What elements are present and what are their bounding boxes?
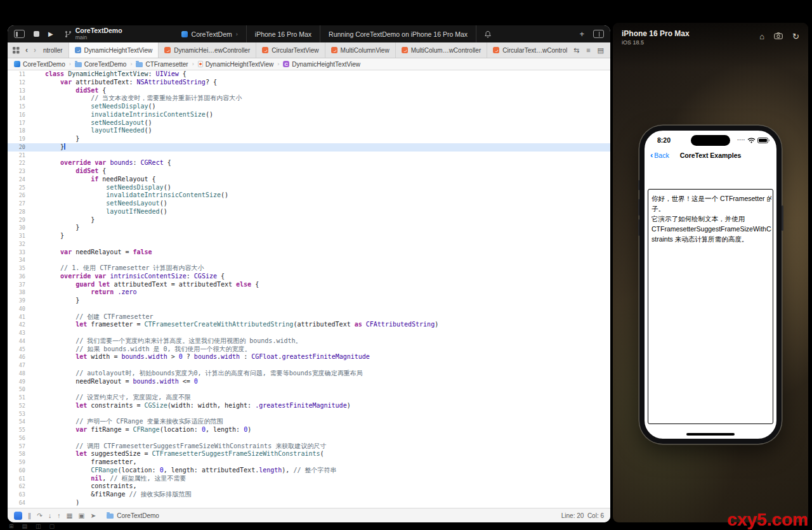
code-line[interactable]: 63 &fitRange // 接收实际排版范围	[8, 491, 610, 499]
line-number[interactable]: 62	[8, 482, 25, 491]
line-number[interactable]: 61	[8, 475, 25, 483]
code-line[interactable]: 40	[8, 305, 610, 313]
debug-icon-6[interactable]: ➤	[90, 512, 96, 519]
code-editor[interactable]: 11class DynamicHeightTextView: UIView {1…	[8, 70, 610, 508]
line-number[interactable]: 33	[8, 249, 25, 257]
code-line[interactable]: 50	[8, 385, 610, 394]
breadcrumb-item[interactable]: CTFramesetter	[136, 61, 188, 68]
run-button[interactable]: ▶	[48, 31, 53, 37]
code-line[interactable]: 45 // 如果 bounds.width 是 0, 我们使用一个很大的宽度。	[8, 346, 610, 354]
rotate-icon[interactable]: ↻	[792, 32, 799, 41]
line-number[interactable]: 24	[8, 176, 25, 184]
line-number[interactable]: 43	[8, 329, 25, 337]
line-number[interactable]: 40	[8, 305, 25, 313]
code-line[interactable]: 32	[8, 240, 610, 249]
code-line[interactable]: 49 needRelayout = bounds.width <= 0	[8, 378, 610, 386]
notifications-bell-icon[interactable]	[476, 25, 499, 42]
debug-icon-2[interactable]: ↓	[48, 512, 51, 519]
code-line[interactable]: 16 invalidateIntrinsicContentSize()	[8, 111, 610, 119]
code-line[interactable]: 58 let suggestedSize = CTFramesetterSugg…	[8, 450, 610, 458]
code-line[interactable]: 46 let width = bounds.width > 0 ? bounds…	[8, 353, 610, 361]
line-number[interactable]: 29	[8, 216, 25, 224]
line-number[interactable]: 15	[8, 103, 25, 111]
code-line[interactable]: 19 }	[8, 135, 610, 143]
line-number[interactable]: 23	[8, 167, 25, 176]
swap-editors-icon[interactable]: ⇆	[573, 46, 579, 55]
line-number[interactable]: 25	[8, 184, 25, 192]
code-line[interactable]: 29 }	[8, 216, 610, 224]
line-number[interactable]: 35	[8, 264, 25, 273]
project-document-tab[interactable]: CoreTextDem ›	[173, 25, 246, 42]
line-number[interactable]: 57	[8, 443, 25, 451]
line-number[interactable]: 32	[8, 240, 25, 249]
line-number[interactable]: 18	[8, 127, 25, 135]
code-line[interactable]: 18 layoutIfNeeded()	[8, 127, 610, 135]
line-number[interactable]: 27	[8, 200, 25, 208]
line-number[interactable]: 11	[8, 70, 25, 79]
line-number[interactable]: 49	[8, 378, 25, 386]
line-number[interactable]: 42	[8, 321, 25, 329]
code-line[interactable]: 36 override var intrinsicContentSize: CG…	[8, 273, 610, 281]
line-number[interactable]: 36	[8, 273, 25, 281]
code-line[interactable]: 54 // 声明一个 CFRange 变量来接收实际适应的范围	[8, 418, 610, 426]
code-line[interactable]: 60 CFRange(location: 0, length: attribut…	[8, 467, 610, 475]
go-forward-icon[interactable]: ›	[34, 46, 36, 55]
code-line[interactable]: 64 )	[8, 499, 610, 507]
code-line[interactable]: 35 // 1. 使用 CTFramesetter 计算固有内容大小	[8, 264, 610, 273]
code-line[interactable]: 61 nil, // 框架属性, 这里不需要	[8, 475, 610, 483]
code-line[interactable]: 14 // 当文本改变时，需要重绘并重新计算固有内容大小	[8, 94, 610, 103]
code-line[interactable]: 33 var needRelayout = false	[8, 249, 610, 257]
code-line[interactable]: 20 }	[8, 143, 610, 152]
run-destination[interactable]: iPhone 16 Pro Max	[246, 25, 320, 42]
code-line[interactable]: 56	[8, 434, 610, 443]
code-line[interactable]: 23 didSet {	[8, 167, 610, 176]
editor-tab-6[interactable]: CircularText…wController	[487, 42, 567, 58]
go-back-icon[interactable]: ‹	[25, 46, 28, 55]
line-number[interactable]: 17	[8, 119, 25, 127]
related-items-grid-icon[interactable]	[13, 47, 20, 54]
line-number[interactable]: 31	[8, 232, 25, 240]
code-line[interactable]: 48 // autolayout时, 初始bounds宽度为0, 计算出的高度有…	[8, 370, 610, 378]
code-line[interactable]: 52 let constraints = CGSize(width: width…	[8, 402, 610, 410]
line-number[interactable]: 22	[8, 159, 25, 167]
line-number[interactable]: 47	[8, 361, 25, 370]
debug-icon-0[interactable]: ∥	[28, 512, 31, 519]
scheme-selector[interactable]: CoreTextDemo main	[65, 27, 122, 41]
editor-layout-icon[interactable]	[593, 30, 604, 38]
home-icon[interactable]: ⌂	[759, 32, 764, 41]
code-line[interactable]: 55 var fitRange = CFRange(location: 0, l…	[8, 426, 610, 434]
line-number[interactable]: 60	[8, 467, 25, 475]
editor-tab-1[interactable]: DynamicHeightTextView	[69, 42, 159, 58]
line-number[interactable]: 34	[8, 256, 25, 264]
dock-icon-2[interactable]: ◫	[36, 523, 41, 529]
code-line[interactable]: 47	[8, 361, 610, 370]
line-number[interactable]: 16	[8, 111, 25, 119]
line-number[interactable]: 58	[8, 450, 25, 458]
code-line[interactable]: 34	[8, 256, 610, 264]
code-line[interactable]: 24 if needRelayout {	[8, 176, 610, 184]
list-icon[interactable]: ≡	[586, 46, 590, 54]
editor-tab-3[interactable]: CircularTextView	[256, 42, 325, 58]
debug-icon-4[interactable]: ▦	[67, 512, 73, 519]
code-line[interactable]: 15 setNeedsDisplay()	[8, 103, 610, 111]
line-number[interactable]: 45	[8, 346, 25, 354]
line-number[interactable]: 64	[8, 499, 25, 507]
debug-icon-5[interactable]: ▣	[78, 512, 84, 519]
breadcrumb-item[interactable]: CoreTextDemo	[14, 61, 65, 68]
line-number[interactable]: 50	[8, 385, 25, 394]
breakpoints-toggle[interactable]	[14, 512, 22, 520]
line-number[interactable]: 37	[8, 281, 25, 289]
code-line[interactable]: 59 framesetter,	[8, 458, 610, 467]
editor-tab-4[interactable]: MultiColumnView	[325, 42, 396, 58]
line-number[interactable]: 12	[8, 79, 25, 87]
editor-tab-5[interactable]: MultiColum…wController	[396, 42, 488, 58]
breadcrumb-item[interactable]: CDynamicHeightTextView	[283, 61, 360, 68]
code-line[interactable]: 12 var attributedText: NSAttributedStrin…	[8, 79, 610, 87]
code-line[interactable]: 51 // 设置约束尺寸, 宽度固定, 高度不限	[8, 394, 610, 402]
code-line[interactable]: 53	[8, 410, 610, 418]
line-number[interactable]: 59	[8, 458, 25, 467]
dock-icon-3[interactable]: ▢	[49, 523, 55, 529]
code-line[interactable]: 28 layoutIfNeeded()	[8, 208, 610, 216]
code-line[interactable]: 27 setNeedsLayout()	[8, 200, 610, 208]
code-line[interactable]: 62 constraints,	[8, 482, 610, 491]
